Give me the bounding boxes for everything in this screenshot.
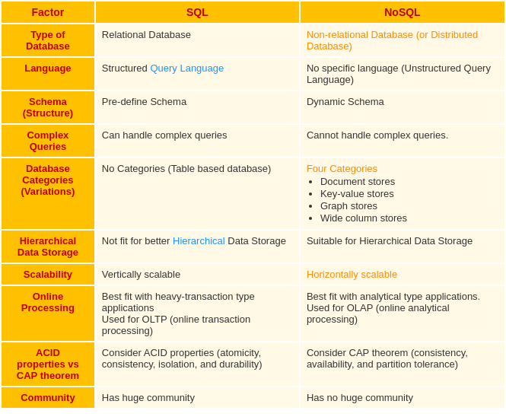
nosql-cell: Consider CAP theorem (consistency, avail… <box>300 342 505 387</box>
factor-cell: Scalability <box>1 263 95 285</box>
sql-cell: Structured Query Language <box>95 57 300 91</box>
nosql-cell: Suitable for Hierarchical Data Storage <box>300 230 505 263</box>
nosql-cell: Cannot handle complex queries. <box>300 124 505 158</box>
factor-cell: ACIDproperties vsCAP theorem <box>1 342 95 387</box>
table-row: Type ofDatabase Relational Database Non-… <box>1 24 505 57</box>
sql-cell: Can handle complex queries <box>95 124 300 158</box>
list-item: Key-value stores <box>320 188 498 199</box>
table-row: Scalability Vertically scalable Horizont… <box>1 263 505 285</box>
factor-cell: Type ofDatabase <box>1 24 95 57</box>
factor-cell: HierarchicalData Storage <box>1 230 95 263</box>
table-row: Schema(Structure) Pre-define Schema Dyna… <box>1 91 505 124</box>
sql-cell: Pre-define Schema <box>95 91 300 124</box>
nosql-cell: No specific language (Unstructured Query… <box>300 57 505 91</box>
nosql-cell: Horizontally scalable <box>300 263 505 285</box>
sql-cell: Best fit with heavy-transaction type app… <box>95 285 300 342</box>
header-factor: Factor <box>1 1 95 24</box>
nosql-cell: Has no huge community <box>300 387 505 409</box>
nosql-cell: Four Categories Document stores Key-valu… <box>300 158 505 230</box>
sql-cell: Has huge community <box>95 387 300 409</box>
table-row: ACIDproperties vsCAP theorem Consider AC… <box>1 342 505 387</box>
sql-cell: Vertically scalable <box>95 263 300 285</box>
factor-cell: DatabaseCategories(Variations) <box>1 158 95 230</box>
sql-cell: Consider ACID properties (atomicity, con… <box>95 342 300 387</box>
sql-cell: No Categories (Table based database) <box>95 158 300 230</box>
sql-cell: Relational Database <box>95 24 300 57</box>
table-row: Community Has huge community Has no huge… <box>1 387 505 409</box>
table-row: ComplexQueries Can handle complex querie… <box>1 124 505 158</box>
table-row: Language Structured Query Language No sp… <box>1 57 505 91</box>
factor-cell: Language <box>1 57 95 91</box>
header-nosql: NoSQL <box>300 1 505 24</box>
nosql-cell: Non-relational Database (or Distributed … <box>300 24 505 57</box>
list-item: Graph stores <box>320 200 498 212</box>
nosql-cell: Best fit with analytical type applicatio… <box>300 285 505 342</box>
sql-cell: Not fit for better Hierarchical Data Sto… <box>95 230 300 263</box>
nosql-cell: Dynamic Schema <box>300 91 505 124</box>
table-row: HierarchicalData Storage Not fit for bet… <box>1 230 505 263</box>
list-item: Document stores <box>320 176 498 187</box>
factor-cell: OnlineProcessing <box>1 285 95 342</box>
table-row: DatabaseCategories(Variations) No Catego… <box>1 158 505 230</box>
list-item: Wide column stores <box>320 212 498 224</box>
factor-cell: Schema(Structure) <box>1 91 95 124</box>
factor-cell: ComplexQueries <box>1 124 95 158</box>
factor-cell: Community <box>1 387 95 409</box>
table-row: OnlineProcessing Best fit with heavy-tra… <box>1 285 505 342</box>
header-sql: SQL <box>95 1 300 24</box>
